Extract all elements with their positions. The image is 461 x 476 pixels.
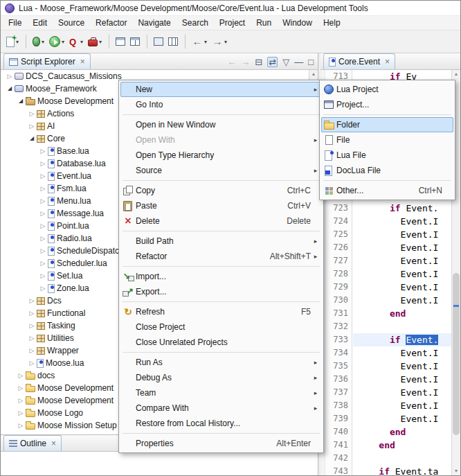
dropdown-arrow-icon[interactable]: ▾ xyxy=(62,39,64,45)
toolbar-view-table-button[interactable] xyxy=(128,33,142,51)
line-number[interactable]: 736 xyxy=(326,373,352,386)
context-menu-item-go-into[interactable]: Go Into xyxy=(120,97,322,112)
line-number[interactable]: 733 xyxy=(326,333,352,346)
code-line[interactable]: Event.I xyxy=(353,346,451,360)
line-number[interactable]: 731 xyxy=(326,307,352,320)
close-icon[interactable]: × xyxy=(385,58,390,66)
new-submenu-item-project[interactable]: Project... xyxy=(321,97,453,112)
expand-arrow-icon[interactable]: ▷ xyxy=(38,173,48,179)
context-menu-item-refactor[interactable]: RefactorAlt+Shift+T▸ xyxy=(120,249,322,264)
toolbar-back-button[interactable]: ▾ xyxy=(190,33,209,51)
code-line[interactable]: end xyxy=(353,425,451,439)
context-menu-item-compare-with[interactable]: Compare With▸ xyxy=(120,400,322,416)
toolbar-new-wizard-button[interactable]: ▾ xyxy=(4,33,21,51)
code-line[interactable]: Event.I xyxy=(353,228,451,241)
expand-arrow-icon[interactable]: ▷ xyxy=(38,248,48,254)
toolbar-run-button[interactable]: ▾ xyxy=(47,33,66,51)
dropdown-arrow-icon[interactable]: ▾ xyxy=(204,39,207,45)
context-menu-item-refresh[interactable]: RefreshF5 xyxy=(120,304,322,319)
expand-arrow-icon[interactable]: ▷ xyxy=(27,123,37,130)
menu-refactor[interactable]: Refactor xyxy=(90,17,132,29)
line-number[interactable]: 737 xyxy=(326,386,352,399)
context-menu-item-import[interactable]: Import... xyxy=(120,269,322,284)
code-line[interactable]: end xyxy=(353,307,451,320)
line-number[interactable]: 739 xyxy=(326,412,352,425)
expand-arrow-icon[interactable]: ▷ xyxy=(16,423,26,429)
menu-navigate[interactable]: Navigate xyxy=(132,17,176,29)
expand-arrow-icon[interactable]: ▷ xyxy=(27,335,37,342)
code-line[interactable]: if Event. xyxy=(353,202,451,215)
line-number[interactable]: 743 xyxy=(326,465,352,476)
code-line[interactable]: if Event.ta xyxy=(353,465,451,475)
minimize-icon[interactable]: — xyxy=(294,58,303,67)
code-line[interactable]: Event.I xyxy=(353,254,451,267)
menu-window[interactable]: Window xyxy=(277,17,318,29)
expand-arrow-icon[interactable]: ▷ xyxy=(38,148,48,155)
expand-arrow-icon[interactable]: ▷ xyxy=(27,310,37,317)
expand-arrow-icon[interactable]: ▷ xyxy=(38,211,48,217)
context-menu-item-open-type-hierarchy[interactable]: Open Type Hierarchy xyxy=(120,148,322,163)
expand-arrow-icon[interactable]: ▷ xyxy=(16,410,26,416)
line-number[interactable]: 724 xyxy=(326,215,352,228)
context-menu-item-close-project[interactable]: Close Project xyxy=(120,319,322,335)
code-line[interactable]: Event.I xyxy=(353,412,451,425)
line-number[interactable]: 740 xyxy=(326,425,352,439)
dropdown-arrow-icon[interactable]: ▾ xyxy=(99,39,102,45)
line-number[interactable]: 732 xyxy=(326,320,352,333)
tab-script-explorer[interactable]: Script Explorer × xyxy=(3,53,91,69)
context-menu-item-close-unrelated-projects[interactable]: Close Unrelated Projects xyxy=(120,335,322,350)
dropdown-arrow-icon[interactable]: ▾ xyxy=(224,39,227,45)
new-submenu-item-doclua-file[interactable]: DocLua File xyxy=(321,163,453,178)
toolbar-view-panel-button[interactable] xyxy=(152,33,165,51)
context-menu-item-open-in-new-window[interactable]: Open in New Window xyxy=(120,117,322,132)
scroll-up-icon[interactable]: ▲ xyxy=(452,70,460,78)
expand-arrow-icon[interactable]: ◢ xyxy=(16,98,26,104)
toolbar-forward-button[interactable]: ▾ xyxy=(210,33,229,51)
toolbar-debug-button[interactable]: ▾ xyxy=(30,33,46,51)
expand-arrow-icon[interactable]: ▷ xyxy=(38,186,48,192)
expand-arrow-icon[interactable]: ◢ xyxy=(5,86,15,91)
collapse-all-icon[interactable]: ⊟ xyxy=(255,58,262,67)
menu-help[interactable]: Help xyxy=(318,17,346,29)
new-submenu-item-lua-project[interactable]: Lua Project xyxy=(321,82,453,97)
back-icon[interactable]: ← xyxy=(227,58,236,67)
context-menu-item-source[interactable]: Source▸ xyxy=(120,163,322,178)
context-menu-item-run-as[interactable]: Run As▸ xyxy=(120,355,322,370)
context-menu-item-restore-from-local-history[interactable]: Restore from Local History... xyxy=(120,416,322,431)
dropdown-arrow-icon[interactable]: ▾ xyxy=(42,39,44,45)
forward-icon[interactable]: → xyxy=(241,58,250,67)
new-submenu-item-folder[interactable]: Folder xyxy=(321,117,453,132)
menu-edit[interactable]: Edit xyxy=(27,17,53,29)
expand-arrow-icon[interactable]: ▷ xyxy=(16,373,26,379)
context-menu-item-open-with[interactable]: Open With▸ xyxy=(120,132,322,148)
close-icon[interactable]: × xyxy=(80,58,85,66)
toolbar-view-grid-button[interactable] xyxy=(114,33,127,51)
code-line[interactable]: end xyxy=(353,439,451,452)
line-number[interactable]: 735 xyxy=(326,360,352,373)
line-number[interactable]: 734 xyxy=(326,346,352,360)
menu-source[interactable]: Source xyxy=(53,17,90,29)
scroll-up-icon[interactable]: ▲ xyxy=(309,70,318,78)
line-number[interactable]: 727 xyxy=(326,254,352,267)
link-with-editor-icon[interactable]: ⇄ xyxy=(267,57,278,67)
menu-project[interactable]: Project xyxy=(214,17,251,29)
code-line[interactable]: Event.I xyxy=(353,360,451,373)
menu-file[interactable]: File xyxy=(3,17,27,29)
code-line[interactable]: Event.I xyxy=(353,215,451,228)
context-menu-item-copy[interactable]: CopyCtrl+C xyxy=(120,183,322,198)
expand-arrow-icon[interactable]: ▷ xyxy=(38,273,48,279)
line-number[interactable]: 741 xyxy=(326,439,352,452)
line-number[interactable]: 728 xyxy=(326,267,352,281)
tab-core-event[interactable]: Core.Event × xyxy=(323,53,395,69)
expand-arrow-icon[interactable]: ▷ xyxy=(27,323,37,329)
code-line[interactable]: Event.I xyxy=(353,373,451,386)
code-line[interactable]: Event.I xyxy=(353,399,451,412)
line-number[interactable]: 738 xyxy=(326,399,352,412)
menu-search[interactable]: Search xyxy=(177,17,214,29)
code-line[interactable]: Event.I xyxy=(353,281,451,294)
toolbar-coverage-button[interactable]: ▾ xyxy=(67,33,85,51)
line-number[interactable]: 730 xyxy=(326,294,352,307)
context-menu-item-build-path[interactable]: Build Path▸ xyxy=(120,233,322,249)
scrollbar-thumb[interactable] xyxy=(453,273,460,435)
line-number[interactable]: 729 xyxy=(326,281,352,294)
